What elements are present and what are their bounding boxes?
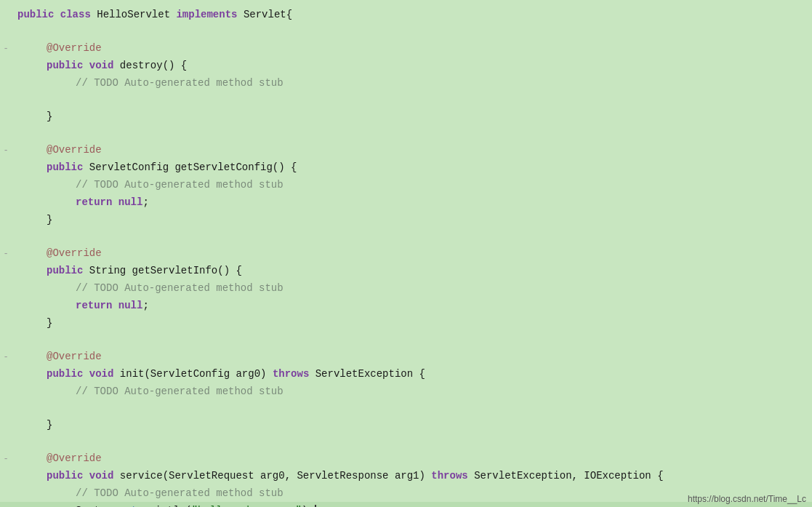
code-line-15: -@Override (0, 244, 812, 262)
line-gutter[interactable]: - (0, 454, 15, 464)
code-line-28: public void service(ServletRequest arg0,… (0, 467, 812, 484)
line-content: } (15, 315, 52, 331)
line-content: @Override (15, 450, 102, 466)
code-line-24 (0, 400, 812, 416)
code-line-8 (0, 125, 812, 141)
code-line-22: public void init(ServletConfig arg0) thr… (0, 365, 812, 383)
line-gutter[interactable]: - (0, 352, 15, 362)
code-line-18: return null; (0, 297, 812, 314)
line-content: public void init(ServletConfig arg0) thr… (15, 366, 425, 382)
code-line-1: public class HelloServlet implements Ser… (0, 6, 812, 23)
line-content: public void service(ServletRequest arg0,… (15, 468, 664, 484)
line-content: // TODO Auto-generated method stub (15, 383, 284, 399)
line-content: @Override (15, 142, 102, 158)
line-content: } (15, 212, 52, 228)
code-block: public class HelloServlet implements Ser… (0, 6, 812, 507)
code-editor: public class HelloServlet implements Ser… (0, 0, 812, 507)
line-content: } (15, 417, 52, 433)
code-line-23: // TODO Auto-generated method stub (0, 383, 812, 400)
line-content: return null; (15, 298, 149, 314)
code-line-9: -@Override (0, 141, 812, 159)
code-line-11: // TODO Auto-generated method stub (0, 176, 812, 193)
line-gutter[interactable]: - (0, 145, 15, 156)
line-content: @Override (15, 40, 102, 56)
line-gutter[interactable]: - (0, 249, 15, 259)
code-line-21: -@Override (0, 348, 812, 365)
code-line-16: public String getServletInfo() { (0, 262, 812, 279)
code-line-3: -@Override (0, 39, 812, 57)
code-line-7: } (0, 108, 812, 125)
code-line-17: // TODO Auto-generated method stub (0, 279, 812, 297)
code-line-27: -@Override (0, 450, 812, 467)
code-line-13: } (0, 211, 812, 228)
code-line-14 (0, 228, 812, 244)
line-content: // TODO Auto-generated method stub (15, 485, 284, 501)
line-content: return null; (15, 194, 149, 210)
line-content: } (15, 108, 52, 124)
line-content: public String getServletInfo() { (15, 263, 242, 279)
code-line-19: } (0, 314, 812, 332)
line-content: @Override (15, 348, 102, 364)
line-content: public void destroy() { (15, 57, 187, 73)
line-content: // TODO Auto-generated method stub (15, 75, 284, 91)
line-content: public class HelloServlet implements Ser… (15, 7, 292, 23)
line-content: public ServletConfig getServletConfig() … (15, 159, 297, 175)
line-content: // TODO Auto-generated method stub (15, 177, 284, 193)
code-line-5: // TODO Auto-generated method stub (0, 74, 812, 92)
line-content: System.out.println("hello web app..."); (15, 503, 316, 507)
line-content: @Override (15, 245, 102, 261)
code-line-4: public void destroy() { (0, 57, 812, 74)
code-line-20 (0, 332, 812, 348)
code-line-6 (0, 92, 812, 108)
code-line-10: public ServletConfig getServletConfig() … (0, 159, 812, 176)
code-line-25: } (0, 416, 812, 434)
watermark: https://blog.csdn.net/Time__Lc (682, 491, 812, 507)
code-line-2 (0, 23, 812, 39)
code-line-12: return null; (0, 193, 812, 211)
code-line-26 (0, 434, 812, 450)
line-content: // TODO Auto-generated method stub (15, 280, 284, 296)
line-gutter[interactable]: - (0, 44, 15, 54)
